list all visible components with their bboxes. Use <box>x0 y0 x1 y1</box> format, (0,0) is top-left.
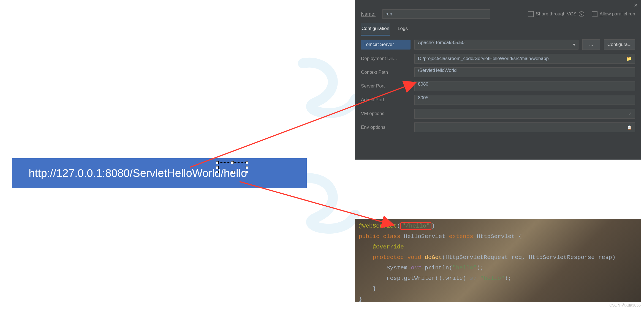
vm-options-label: VM options <box>361 111 411 116</box>
tomcat-server-select[interactable]: Apache Tomcat/8.5.50 <box>414 40 578 50</box>
env-options-input[interactable]: 📋 <box>414 122 635 132</box>
tab-configuration[interactable]: Configuration <box>361 23 390 35</box>
watermark-credit: CSDN @Xua3055 <box>609 303 641 307</box>
admin-port-input[interactable]: 8005 <box>414 95 635 105</box>
webservlet-path-highlight: "/hello" <box>400 222 431 230</box>
name-input[interactable] <box>382 9 490 19</box>
deployment-dir-label: Deployment Dir... <box>361 56 411 61</box>
expand-icon[interactable]: ⤢ <box>628 111 632 116</box>
name-label: Name: <box>361 11 377 17</box>
configure-button[interactable]: Configura... <box>604 39 635 50</box>
server-port-label: Server Port <box>361 83 411 89</box>
allow-parallel-checkbox[interactable]: Allow parallel run <box>592 11 635 17</box>
tomcat-server-label: Tomcat Server <box>361 40 411 50</box>
share-vcs-checkbox[interactable]: Share through VCS ? <box>528 11 584 17</box>
server-port-input[interactable]: 8080 <box>414 81 635 91</box>
admin-port-label: Admin Port <box>361 97 411 103</box>
help-icon[interactable]: ? <box>579 11 584 17</box>
folder-icon[interactable]: 📁 <box>626 56 632 61</box>
context-path-input[interactable]: /ServletHelloWorld <box>414 67 635 77</box>
browse-button[interactable]: ... <box>582 39 600 50</box>
code-editor-snippet: @WebServlet("/hello") public class Hello… <box>355 219 641 302</box>
url-text: http://127.0.0.1:8080/ServletHelloWorld/… <box>29 167 247 179</box>
deployment-dir-input[interactable]: D:/project/classroom_code/ServletHelloWo… <box>414 54 635 64</box>
watermark-decoration <box>292 55 363 127</box>
selection-handles[interactable] <box>217 162 247 172</box>
vm-options-input[interactable]: ⤢ <box>414 109 635 119</box>
config-tabs: Configuration Logs <box>361 23 635 35</box>
run-config-dialog: × Name: Share through VCS ? Allow parall… <box>355 0 641 160</box>
tab-logs[interactable]: Logs <box>397 23 408 35</box>
env-options-label: Env options <box>361 125 411 130</box>
context-path-label: Context Path <box>361 70 411 75</box>
url-banner: http://127.0.0.1:8080/ServletHelloWorld/… <box>12 158 307 188</box>
close-icon[interactable]: × <box>634 2 637 9</box>
clipboard-icon[interactable]: 📋 <box>627 125 632 130</box>
